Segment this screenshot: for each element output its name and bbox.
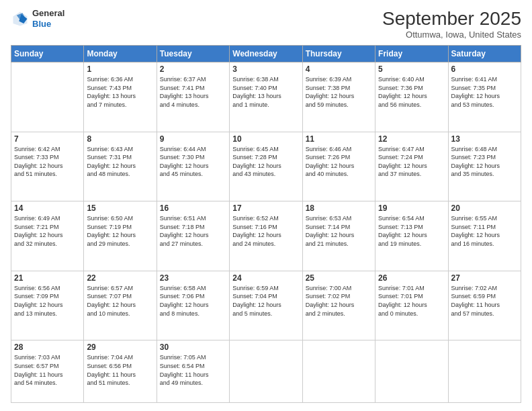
col-header-saturday: Saturday [448,46,521,62]
col-header-thursday: Thursday [302,46,375,62]
calendar-cell [375,340,448,403]
calendar-table: SundayMondayTuesdayWednesdayThursdayFrid… [11,45,521,403]
day-number: 8 [87,134,153,144]
day-number: 3 [232,64,299,74]
day-info: Sunrise: 6:58 AM Sunset: 7:06 PM Dayligh… [160,284,226,318]
calendar-cell: 7Sunrise: 6:42 AM Sunset: 7:33 PM Daylig… [11,132,84,201]
calendar-cell: 18Sunrise: 6:53 AM Sunset: 7:14 PM Dayli… [302,201,375,271]
day-number: 21 [14,273,81,283]
day-number: 6 [451,64,518,74]
calendar-cell: 1Sunrise: 6:36 AM Sunset: 7:43 PM Daylig… [84,62,157,132]
day-info: Sunrise: 6:39 AM Sunset: 7:38 PM Dayligh… [306,75,372,109]
day-info: Sunrise: 6:54 AM Sunset: 7:13 PM Dayligh… [378,214,445,248]
day-info: Sunrise: 6:45 AM Sunset: 7:28 PM Dayligh… [232,145,299,179]
day-info: Sunrise: 6:53 AM Sunset: 7:14 PM Dayligh… [306,214,372,248]
calendar-cell: 26Sunrise: 7:01 AM Sunset: 7:01 PM Dayli… [375,271,448,340]
day-info: Sunrise: 7:01 AM Sunset: 7:01 PM Dayligh… [378,284,445,318]
calendar-cell: 28Sunrise: 7:03 AM Sunset: 6:57 PM Dayli… [11,340,84,403]
calendar-cell: 11Sunrise: 6:46 AM Sunset: 7:26 PM Dayli… [302,132,375,201]
calendar-cell: 9Sunrise: 6:44 AM Sunset: 7:30 PM Daylig… [157,132,229,201]
day-info: Sunrise: 7:00 AM Sunset: 7:02 PM Dayligh… [306,284,372,318]
day-number: 4 [306,64,372,74]
day-number: 11 [306,134,372,144]
day-info: Sunrise: 6:52 AM Sunset: 7:16 PM Dayligh… [232,214,299,248]
day-info: Sunrise: 6:47 AM Sunset: 7:24 PM Dayligh… [378,145,445,179]
logo-general: General [32,8,64,19]
day-number: 29 [87,342,153,352]
col-header-monday: Monday [84,46,157,62]
location: Ottumwa, Iowa, United States [382,30,521,40]
day-number: 2 [160,64,226,74]
calendar-week-2: 14Sunrise: 6:49 AM Sunset: 7:21 PM Dayli… [11,201,521,271]
day-info: Sunrise: 6:48 AM Sunset: 7:23 PM Dayligh… [451,145,518,179]
day-number: 14 [14,203,81,213]
calendar-cell: 27Sunrise: 7:02 AM Sunset: 6:59 PM Dayli… [448,271,521,340]
calendar-cell: 20Sunrise: 6:55 AM Sunset: 7:11 PM Dayli… [448,201,521,271]
calendar-cell: 5Sunrise: 6:40 AM Sunset: 7:36 PM Daylig… [375,62,448,132]
day-info: Sunrise: 7:05 AM Sunset: 6:54 PM Dayligh… [160,353,226,387]
day-info: Sunrise: 6:56 AM Sunset: 7:09 PM Dayligh… [14,284,81,318]
logo-icon [11,9,30,28]
day-number: 9 [160,134,226,144]
day-number: 7 [14,134,81,144]
month-title: September 2025 [382,8,521,30]
day-number: 19 [378,203,445,213]
day-number: 23 [160,273,226,283]
calendar-cell: 3Sunrise: 6:38 AM Sunset: 7:40 PM Daylig… [230,62,302,132]
calendar-cell: 14Sunrise: 6:49 AM Sunset: 7:21 PM Dayli… [11,201,84,271]
day-info: Sunrise: 6:55 AM Sunset: 7:11 PM Dayligh… [451,214,518,248]
calendar-cell: 10Sunrise: 6:45 AM Sunset: 7:28 PM Dayli… [230,132,302,201]
day-number: 28 [14,342,81,352]
day-info: Sunrise: 6:42 AM Sunset: 7:33 PM Dayligh… [14,145,81,179]
day-info: Sunrise: 6:51 AM Sunset: 7:18 PM Dayligh… [160,214,226,248]
calendar-cell: 25Sunrise: 7:00 AM Sunset: 7:02 PM Dayli… [302,271,375,340]
day-number: 10 [232,134,299,144]
calendar-cell: 21Sunrise: 6:56 AM Sunset: 7:09 PM Dayli… [11,271,84,340]
calendar-cell: 30Sunrise: 7:05 AM Sunset: 6:54 PM Dayli… [157,340,229,403]
calendar-week-4: 28Sunrise: 7:03 AM Sunset: 6:57 PM Dayli… [11,340,521,403]
day-info: Sunrise: 6:59 AM Sunset: 7:04 PM Dayligh… [232,284,299,318]
day-number: 5 [378,64,445,74]
calendar-header-row: SundayMondayTuesdayWednesdayThursdayFrid… [11,46,521,62]
calendar-cell: 16Sunrise: 6:51 AM Sunset: 7:18 PM Dayli… [157,201,229,271]
calendar-cell [302,340,375,403]
col-header-wednesday: Wednesday [230,46,302,62]
day-number: 25 [306,273,372,283]
day-number: 13 [451,134,518,144]
calendar-cell: 12Sunrise: 6:47 AM Sunset: 7:24 PM Dayli… [375,132,448,201]
day-number: 18 [306,203,372,213]
calendar-week-3: 21Sunrise: 6:56 AM Sunset: 7:09 PM Dayli… [11,271,521,340]
calendar-cell: 29Sunrise: 7:04 AM Sunset: 6:56 PM Dayli… [84,340,157,403]
logo: General Blue [11,8,64,29]
calendar-cell: 15Sunrise: 6:50 AM Sunset: 7:19 PM Dayli… [84,201,157,271]
day-number: 26 [378,273,445,283]
day-info: Sunrise: 7:03 AM Sunset: 6:57 PM Dayligh… [14,353,81,387]
day-info: Sunrise: 6:40 AM Sunset: 7:36 PM Dayligh… [378,75,445,109]
calendar-cell: 4Sunrise: 6:39 AM Sunset: 7:38 PM Daylig… [302,62,375,132]
col-header-friday: Friday [375,46,448,62]
calendar-cell: 2Sunrise: 6:37 AM Sunset: 7:41 PM Daylig… [157,62,229,132]
day-info: Sunrise: 7:04 AM Sunset: 6:56 PM Dayligh… [87,353,153,387]
col-header-tuesday: Tuesday [157,46,229,62]
day-info: Sunrise: 6:36 AM Sunset: 7:43 PM Dayligh… [87,75,153,109]
calendar-cell: 22Sunrise: 6:57 AM Sunset: 7:07 PM Dayli… [84,271,157,340]
day-info: Sunrise: 6:38 AM Sunset: 7:40 PM Dayligh… [232,75,299,109]
calendar-cell: 24Sunrise: 6:59 AM Sunset: 7:04 PM Dayli… [230,271,302,340]
day-number: 27 [451,273,518,283]
day-info: Sunrise: 6:50 AM Sunset: 7:19 PM Dayligh… [87,214,153,248]
calendar-cell: 8Sunrise: 6:43 AM Sunset: 7:31 PM Daylig… [84,132,157,201]
day-info: Sunrise: 6:37 AM Sunset: 7:41 PM Dayligh… [160,75,226,109]
page-header: General Blue September 2025 Ottumwa, Iow… [11,8,521,40]
day-info: Sunrise: 6:41 AM Sunset: 7:35 PM Dayligh… [451,75,518,109]
calendar-cell [448,340,521,403]
day-number: 22 [87,273,153,283]
calendar-cell: 17Sunrise: 6:52 AM Sunset: 7:16 PM Dayli… [230,201,302,271]
day-info: Sunrise: 6:49 AM Sunset: 7:21 PM Dayligh… [14,214,81,248]
day-number: 17 [232,203,299,213]
day-info: Sunrise: 6:44 AM Sunset: 7:30 PM Dayligh… [160,145,226,179]
day-number: 16 [160,203,226,213]
day-number: 1 [87,64,153,74]
calendar-cell: 23Sunrise: 6:58 AM Sunset: 7:06 PM Dayli… [157,271,229,340]
day-number: 30 [160,342,226,352]
day-number: 15 [87,203,153,213]
